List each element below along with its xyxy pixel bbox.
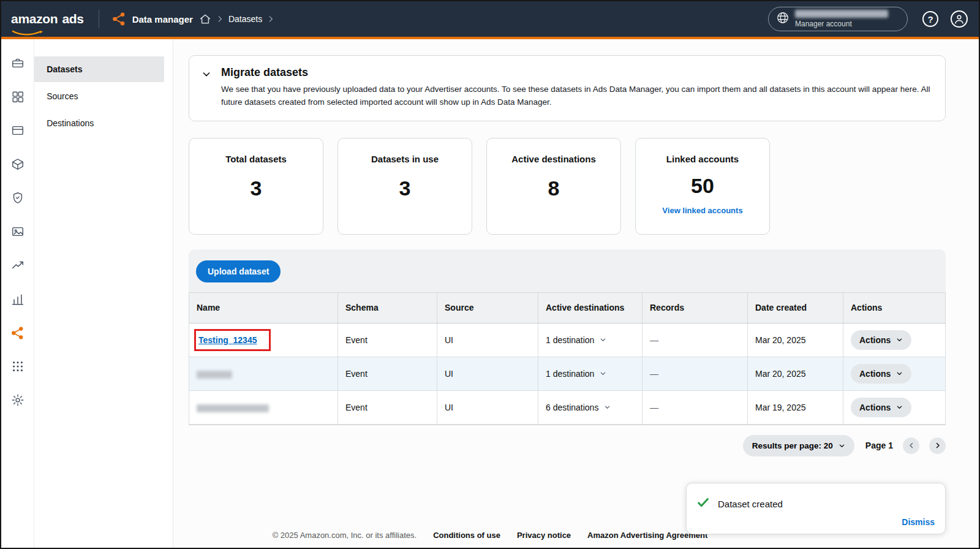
topbar-divider: [99, 10, 99, 28]
main-layout: Datasets Sources Destinations Migrate da…: [1, 39, 979, 548]
success-check-icon: [696, 496, 710, 512]
destinations-dropdown-chevron-icon[interactable]: [600, 336, 606, 343]
destinations-count: 1 destination: [546, 369, 594, 379]
stat-value: 3: [189, 176, 323, 200]
app-window: amazon ads Data manager Datasets: [0, 0, 980, 549]
column-header-active-destinations: Active destinations: [538, 292, 643, 323]
logo-text-amazon: amazon: [11, 12, 58, 26]
actions-label: Actions: [859, 403, 891, 412]
insights-trend-icon[interactable]: [10, 258, 25, 273]
cell-active-destinations: 6 destinations: [538, 390, 643, 424]
account-switcher[interactable]: Manager account: [768, 7, 908, 31]
sidebar-item-label: Destinations: [47, 118, 94, 128]
stats-row: Total datasets 3 Datasets in use 3 Activ…: [189, 138, 946, 235]
toolbox-icon[interactable]: [10, 56, 25, 70]
toast-content: Dataset created: [696, 496, 935, 512]
cell-actions: Actions: [843, 390, 946, 424]
settings-gear-icon[interactable]: [10, 393, 25, 407]
cell-schema: Event: [338, 390, 437, 424]
toast-message: Dataset created: [718, 499, 783, 509]
logo-text-ads: ads: [62, 12, 83, 26]
chevron-down-icon: [896, 404, 903, 411]
stat-value: 50: [636, 174, 769, 198]
collapse-chevron-icon[interactable]: [202, 69, 211, 78]
migrate-datasets-banner: Migrate datasets We see that you have pr…: [189, 55, 946, 121]
account-info: Manager account: [795, 10, 888, 28]
results-per-page-label: Results per page: 20: [752, 441, 833, 450]
column-header-date-created: Date created: [748, 292, 843, 323]
cell-schema: Event: [338, 323, 437, 357]
table-row: Event UI 1 destination —: [189, 357, 946, 390]
chevron-down-icon: [896, 336, 903, 343]
destinations-count: 1 destination: [546, 335, 594, 345]
breadcrumb-separator-icon: [216, 15, 224, 23]
sidebar-item-datasets[interactable]: Datasets: [34, 56, 164, 82]
toast-notification: Dataset created Dismiss: [686, 483, 946, 534]
sidebar-item-label: Sources: [47, 91, 78, 101]
amazon-ads-logo[interactable]: amazon ads: [11, 12, 84, 26]
cell-records: —: [643, 323, 748, 357]
actions-label: Actions: [859, 335, 891, 345]
table-row: Event UI 6 destinations —: [189, 390, 946, 424]
table-toolbar: Upload dataset: [189, 249, 946, 292]
previous-page-button[interactable]: [903, 437, 919, 454]
annotation-highlight-box: Testing_12345: [194, 329, 271, 351]
user-account-icon[interactable]: [951, 10, 968, 28]
stat-label: Total datasets: [189, 154, 323, 164]
datasets-table-panel: Upload dataset Name Schema Source Active…: [189, 249, 946, 425]
column-header-actions: Actions: [843, 292, 946, 323]
stat-value: 8: [487, 176, 620, 200]
sidebar-item-destinations[interactable]: Destinations: [34, 110, 164, 136]
actions-label: Actions: [859, 369, 891, 379]
banner-title: Migrate datasets: [221, 66, 933, 79]
billing-card-icon[interactable]: [10, 123, 25, 138]
cell-name: [189, 390, 338, 424]
cell-name: Testing_12345: [189, 323, 338, 357]
cell-source: UI: [437, 390, 538, 424]
table-header-row: Name Schema Source Active destinations R…: [189, 292, 946, 323]
column-header-records: Records: [643, 292, 748, 323]
upload-dataset-button[interactable]: Upload dataset: [196, 260, 281, 282]
chevron-right-icon: [934, 442, 941, 449]
cell-active-destinations: 1 destination: [538, 323, 643, 357]
dataset-name-link[interactable]: Testing_12345: [198, 335, 257, 345]
all-apps-icon[interactable]: [10, 359, 25, 374]
view-linked-accounts-link[interactable]: View linked accounts: [662, 206, 742, 215]
products-box-icon[interactable]: [10, 157, 25, 172]
help-icon[interactable]: ?: [922, 11, 938, 27]
stat-value: 3: [338, 176, 472, 200]
next-page-button[interactable]: [929, 437, 946, 454]
table-row: Testing_12345 Event UI 1 destination: [189, 323, 946, 357]
brand-safety-shield-icon[interactable]: [10, 191, 25, 205]
page-indicator: Page 1: [865, 441, 893, 450]
sidebar-item-sources[interactable]: Sources: [34, 83, 164, 109]
dataset-name-redacted: [197, 404, 269, 412]
dashboard-grid-icon[interactable]: [10, 89, 25, 104]
creatives-media-icon[interactable]: [10, 224, 25, 239]
data-manager-icon-active[interactable]: [10, 325, 25, 340]
stat-label: Datasets in use: [338, 154, 472, 164]
results-per-page-button[interactable]: Results per page: 20: [743, 435, 854, 456]
top-navigation-bar: amazon ads Data manager Datasets: [1, 1, 979, 39]
icon-rail: [1, 39, 34, 548]
actions-dropdown-button[interactable]: Actions: [851, 398, 911, 417]
home-icon[interactable]: [199, 13, 211, 25]
toast-dismiss-link[interactable]: Dismiss: [902, 517, 935, 527]
breadcrumb-datasets[interactable]: Datasets: [228, 14, 262, 24]
measurement-bars-icon[interactable]: [10, 292, 25, 306]
banner-text: Migrate datasets We see that you have pr…: [221, 66, 933, 109]
actions-dropdown-button[interactable]: Actions: [851, 330, 911, 350]
chevron-down-icon: [839, 442, 845, 449]
account-type-label: Manager account: [795, 20, 852, 28]
stat-card-linked-accounts: Linked accounts 50 View linked accounts: [635, 138, 770, 235]
privacy-notice-link[interactable]: Privacy notice: [517, 531, 571, 540]
destinations-dropdown-chevron-icon[interactable]: [600, 370, 606, 377]
pagination-bar: Results per page: 20 Page 1: [189, 435, 946, 456]
content-area: Migrate datasets We see that you have pr…: [173, 39, 979, 548]
cell-active-destinations: 1 destination: [538, 357, 643, 390]
cell-name: [189, 357, 338, 390]
actions-dropdown-button[interactable]: Actions: [851, 364, 911, 384]
destinations-dropdown-chevron-icon[interactable]: [604, 404, 611, 411]
cell-actions: Actions: [843, 357, 946, 390]
conditions-of-use-link[interactable]: Conditions of use: [433, 531, 500, 540]
